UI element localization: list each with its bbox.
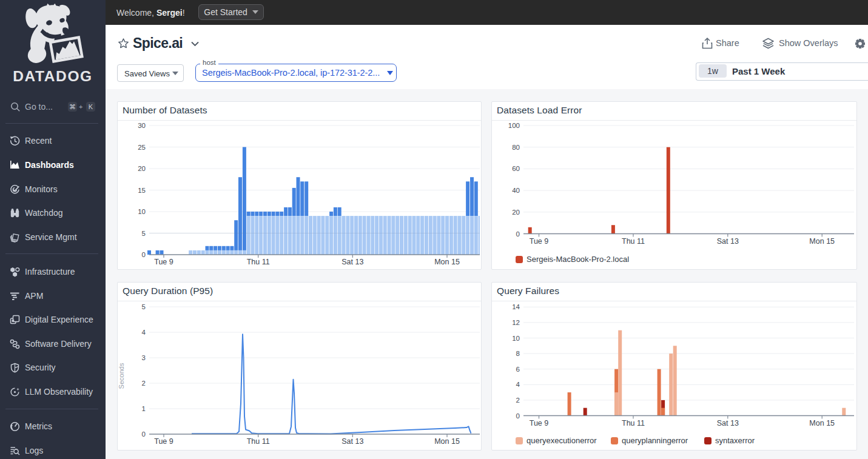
svg-text:3: 3 [142, 354, 146, 361]
svg-text:100: 100 [508, 122, 520, 129]
svg-text:0: 0 [142, 431, 146, 438]
svg-text:Mon 15: Mon 15 [434, 258, 460, 266]
svg-text:12: 12 [512, 319, 520, 326]
svg-text:1: 1 [142, 405, 146, 412]
svg-text:5: 5 [142, 230, 146, 237]
svg-text:25: 25 [138, 144, 146, 151]
svg-text:Seconds: Seconds [118, 363, 125, 389]
svg-text:0: 0 [142, 251, 146, 258]
svg-text:queryexecutionerror: queryexecutionerror [527, 436, 597, 445]
svg-text:6: 6 [516, 366, 520, 373]
svg-text:Tue 9: Tue 9 [154, 258, 173, 266]
svg-text:2: 2 [142, 380, 146, 387]
svg-text:Tue 9: Tue 9 [154, 437, 173, 446]
svg-text:2: 2 [516, 397, 520, 404]
svg-text:Thu 11: Thu 11 [247, 258, 270, 266]
svg-text:Sat 13: Sat 13 [341, 258, 363, 266]
svg-text:20: 20 [512, 209, 520, 216]
svg-text:Thu 11: Thu 11 [622, 237, 645, 246]
svg-text:Mon 15: Mon 15 [809, 419, 835, 427]
svg-text:15: 15 [138, 187, 146, 194]
svg-text:Tue 9: Tue 9 [530, 237, 549, 246]
svg-text:8: 8 [516, 350, 520, 357]
svg-text:Sergeis-MacBook-Pro-2.local: Sergeis-MacBook-Pro-2.local [527, 255, 629, 264]
svg-text:Mon 15: Mon 15 [809, 237, 835, 246]
svg-text:0: 0 [516, 412, 520, 420]
svg-text:syntaxerror: syntaxerror [715, 436, 755, 445]
svg-text:Sat 13: Sat 13 [341, 437, 363, 446]
svg-text:30: 30 [138, 122, 146, 129]
svg-text:10: 10 [512, 335, 520, 342]
svg-text:Thu 11: Thu 11 [622, 419, 645, 427]
svg-text:80: 80 [512, 144, 520, 151]
svg-text:4: 4 [142, 329, 146, 336]
svg-text:40: 40 [512, 187, 520, 194]
svg-text:Thu 11: Thu 11 [247, 437, 270, 446]
svg-text:60: 60 [512, 165, 520, 172]
svg-text:Mon 15: Mon 15 [434, 437, 460, 446]
svg-text:queryplanningerror: queryplanningerror [622, 436, 688, 445]
svg-text:Sat 13: Sat 13 [717, 237, 739, 246]
svg-text:Sat 13: Sat 13 [717, 419, 739, 427]
svg-text:5: 5 [142, 303, 146, 310]
svg-text:10: 10 [138, 208, 146, 215]
svg-text:20: 20 [138, 165, 146, 172]
svg-text:14: 14 [512, 303, 520, 310]
svg-text:0: 0 [516, 230, 520, 238]
svg-text:4: 4 [516, 381, 520, 388]
svg-text:Tue 9: Tue 9 [530, 419, 549, 427]
